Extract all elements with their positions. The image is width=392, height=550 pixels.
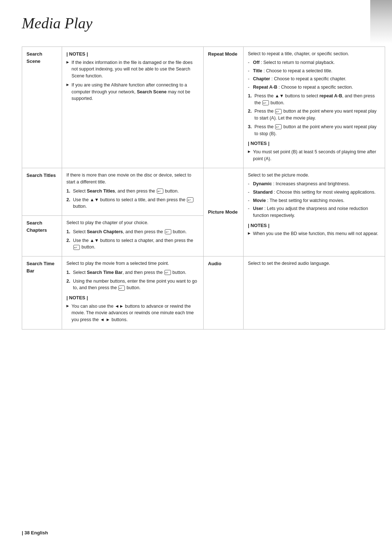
list-item: Chapter : Choose to repeat a specific ch… [248, 76, 380, 82]
search-chapters-label: SearchChapters [22, 216, 62, 256]
search-titles-steps: 1. Select Search Titles, and then press … [66, 188, 199, 210]
list-item: 1. Press the ▲▼ buttons to select repeat… [248, 93, 380, 106]
search-titles-label: Search Titles [22, 168, 62, 216]
list-item: Standard : Choose this setting for most … [248, 189, 380, 196]
repeat-dash-list: Off : Select to return to normal playbac… [248, 59, 380, 91]
enter-icon [157, 189, 163, 194]
list-item: User : Lets you adjust the sharpness and… [248, 205, 380, 219]
enter-icon [275, 109, 282, 114]
enter-icon [275, 124, 282, 129]
main-content-table: Search Scene NOTES If the index informat… [22, 46, 385, 329]
list-item: 3. Press the button at the point where y… [248, 124, 380, 137]
search-time-bar-notes: NOTES You can also use the ◄► buttons to… [66, 294, 199, 323]
search-scene-label: Search Scene [22, 47, 62, 168]
enter-icon [165, 229, 171, 234]
list-item: Movie : The best setting for watching mo… [248, 197, 380, 204]
notes-header: NOTES [248, 140, 380, 147]
page-title: Media Play [22, 15, 370, 36]
repeat-notes: NOTES You must set point (B) at least 5 … [248, 140, 380, 162]
list-item: When you use the BD wise function, this … [248, 230, 380, 237]
notes-list: When you use the BD wise function, this … [248, 230, 380, 237]
search-time-bar-content: Select to play the movie from a selected… [62, 256, 204, 329]
search-time-bar-steps: 1. Select Search Time Bar, and then pres… [66, 269, 199, 291]
notes-list: You must set point (B) at least 5 second… [248, 149, 380, 162]
notes-header: NOTES [248, 222, 380, 229]
enter-icon [73, 245, 80, 250]
search-chapters-content: Select to play the chapter of your choic… [62, 216, 204, 256]
list-item: 2. Using the number buttons, enter the t… [66, 278, 199, 292]
enter-icon [164, 270, 171, 275]
enter-icon [118, 286, 125, 291]
list-item: 1. Select Search Chapters, and then pres… [66, 229, 199, 235]
list-item: You can also use the ◄► buttons to advan… [66, 303, 199, 323]
picture-mode-dash-list: Dynamic : Increases sharpness and bright… [248, 181, 380, 219]
repeat-intro: Select to repeat a title, chapter, or sp… [248, 50, 380, 57]
search-chapters-steps: 1. Select Search Chapters, and then pres… [66, 229, 199, 251]
picture-mode-label: Picture Mode [204, 168, 244, 256]
search-chapters-intro: Select to play the chapter of your choic… [66, 219, 199, 226]
search-titles-content: If there is more than one movie on the d… [62, 168, 204, 216]
search-titles-intro: If there is more than one movie on the d… [66, 172, 199, 186]
notes-list: You can also use the ◄► buttons to advan… [66, 303, 199, 323]
list-item: You must set point (B) at least 5 second… [248, 149, 380, 162]
enter-icon [187, 197, 193, 202]
enter-icon [262, 100, 269, 105]
notes-header: NOTES [66, 294, 199, 302]
list-item: 1. Select Search Titles, and then press … [66, 188, 199, 195]
audio-label: Audio [204, 256, 244, 329]
audio-content: Select to set the desired audio language… [244, 256, 385, 329]
list-item: 2. Press the button at the point where y… [248, 108, 380, 122]
table-row: Search Time Bar Select to play the movie… [22, 256, 385, 329]
picture-notes: NOTES When you use the BD wise function,… [248, 222, 380, 237]
list-item: Title : Choose to repeat a selected titl… [248, 68, 380, 74]
page-footer: | 38 English [22, 530, 48, 535]
list-item: If you are using the Allshare function a… [66, 82, 199, 102]
repeat-mode-label: Repeat Mode [204, 47, 244, 168]
picture-mode-content: Select to set the picture mode. Dynamic … [244, 168, 385, 256]
search-time-bar-intro: Select to play the movie from a selected… [66, 260, 199, 267]
corner-decoration [370, 0, 392, 44]
picture-mode-intro: Select to set the picture mode. [248, 172, 380, 179]
table-row: Search Scene NOTES If the index informat… [22, 47, 385, 168]
table-row: Search Titles If there is more than one … [22, 168, 385, 216]
list-item: Dynamic : Increases sharpness and bright… [248, 181, 380, 187]
list-item: Repeat A-B : Choose to repeat a specific… [248, 84, 380, 91]
list-item: 1. Select Search Time Bar, and then pres… [66, 269, 199, 276]
list-item: 2. Use the ▲▼ buttons to select a title,… [66, 197, 199, 210]
list-item: 2. Use the ▲▼ buttons to select a chapte… [66, 237, 199, 251]
list-item: If the index information in the file is … [66, 59, 199, 80]
notes-list: If the index information in the file is … [66, 59, 199, 102]
repeat-steps: 1. Press the ▲▼ buttons to select repeat… [248, 93, 380, 137]
notes-header: NOTES [66, 50, 199, 58]
repeat-mode-content: Select to repeat a title, chapter, or sp… [244, 47, 385, 168]
search-scene-content: NOTES If the index information in the fi… [62, 47, 204, 168]
list-item: Off : Select to return to normal playbac… [248, 59, 380, 66]
search-time-bar-label: Search Time Bar [22, 256, 62, 329]
